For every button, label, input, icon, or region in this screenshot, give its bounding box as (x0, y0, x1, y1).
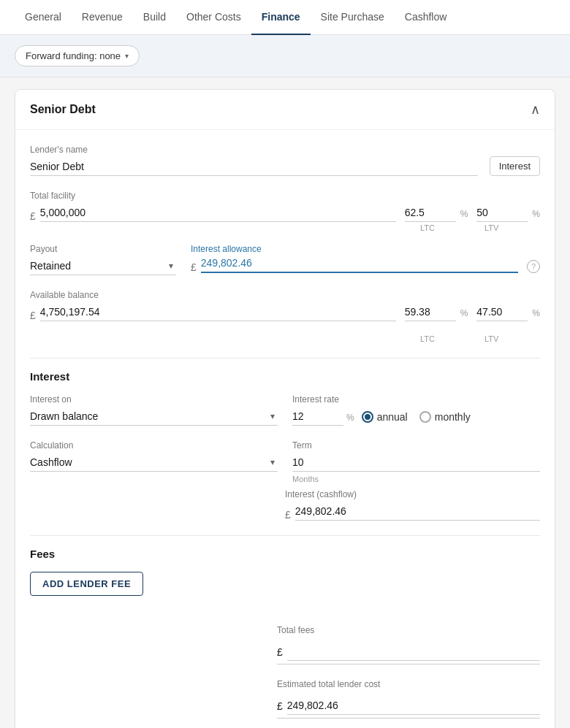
interest-section-title: Interest (30, 370, 540, 383)
nav-finance[interactable]: Finance (251, 0, 311, 35)
interest-rate-input[interactable] (292, 407, 343, 426)
fees-section-title: Fees (30, 548, 540, 560)
interest-cashflow-field: Interest (cashflow) £ (285, 489, 540, 521)
interest-rate-field: Interest rate % annual (292, 394, 540, 426)
total-facility-input[interactable] (40, 204, 396, 222)
payout-select-wrapper: Retained Drawn End ▾ (30, 257, 176, 275)
annual-label: annual (377, 411, 408, 423)
lender-name-field: Lender's name (30, 145, 478, 176)
interest-allowance-label: Interest allowance (191, 244, 540, 254)
available-balance-section: Available balance £ % % (30, 290, 540, 343)
total-fees-label: Total fees (277, 625, 540, 635)
interest-rate-label: Interest rate (292, 394, 540, 405)
term-unit-label: Months (292, 475, 540, 483)
available-balance-label: Available balance (30, 290, 540, 300)
ltv-sublabel: LTV (484, 223, 540, 232)
interest-allowance-currency: £ (191, 261, 197, 273)
available-sub-labels: LTC LTV (30, 333, 540, 343)
rate-pct-symbol: % (346, 413, 354, 426)
available-ltc-group: % (405, 303, 468, 321)
annual-radio[interactable]: annual (362, 411, 408, 423)
term-label: Term (292, 440, 540, 451)
top-navigation: General Revenue Build Other Costs Financ… (0, 0, 570, 35)
payout-select[interactable]: Retained Drawn End (30, 257, 176, 275)
interest-cashflow-section: Interest (cashflow) £ (30, 489, 540, 521)
nav-general[interactable]: General (15, 0, 72, 35)
monthly-label: monthly (435, 411, 471, 423)
payout-row: Payout Retained Drawn End ▾ Interest all… (30, 244, 540, 275)
total-fees-item: Total fees £ (277, 625, 540, 664)
nav-cashflow[interactable]: Cashflow (395, 0, 457, 35)
collapse-icon[interactable]: ∧ (531, 101, 540, 118)
forward-funding-button[interactable]: Forward funding: none ▾ (15, 45, 140, 66)
ltv-pct-symbol: % (532, 209, 540, 222)
estimated-total-input[interactable] (287, 697, 540, 715)
interest-on-select[interactable]: Drawn balance Facility Other (30, 407, 278, 426)
total-fees-section: Total fees £ Estimated total lender cost… (30, 613, 540, 719)
nav-other-costs[interactable]: Other Costs (176, 0, 251, 35)
currency-symbol: £ (30, 210, 36, 222)
senior-debt-card: Senior Debt ∧ Lender's name Interest Tot… (15, 89, 555, 728)
interest-badge-button[interactable]: Interest (490, 156, 540, 176)
nav-site-purchase[interactable]: Site Purchase (311, 0, 395, 35)
add-lender-fee-button[interactable]: ADD LENDER FEE (30, 572, 143, 596)
total-facility-section: Total facility £ % % (30, 191, 540, 232)
nav-build[interactable]: Build (133, 0, 176, 35)
rate-input-wrap: % (292, 407, 354, 426)
card-body: Lender's name Interest Total facility £ … (15, 130, 555, 728)
calculation-field: Calculation Cashflow Simple Compound ▾ (30, 440, 278, 483)
interest-cashflow-label: Interest (cashflow) (285, 489, 540, 499)
available-ltv-group: % (476, 303, 540, 321)
interest-cashflow-input[interactable] (295, 502, 540, 521)
chevron-down-icon: ▾ (125, 52, 129, 60)
estimated-total-label: Estimated total lender cost (277, 679, 540, 689)
total-facility-label: Total facility (30, 191, 540, 201)
divider-1 (30, 358, 540, 359)
available-balance-input[interactable] (40, 303, 396, 321)
monthly-radio[interactable]: monthly (419, 411, 471, 423)
interest-cashflow-input-wrap: £ (285, 502, 540, 521)
interest-allowance-input[interactable] (201, 254, 518, 273)
available-ltv-symbol: % (532, 308, 540, 321)
interest-grid: Interest on Drawn balance Facility Other… (30, 394, 540, 483)
available-balance-input-wrap: £ (30, 303, 396, 321)
interest-allowance-input-wrap: £ ? (191, 254, 540, 273)
available-balance-row: £ % % (30, 303, 540, 321)
help-icon[interactable]: ? (527, 260, 540, 273)
available-ltc-input[interactable] (405, 303, 456, 321)
rate-radio-group: annual monthly (362, 411, 471, 426)
facility-row: £ % % (30, 204, 540, 222)
calculation-select[interactable]: Cashflow Simple Compound (30, 453, 278, 472)
lender-name-row: Lender's name Interest (30, 145, 540, 176)
facility-sub-labels: LTC LTV (30, 222, 540, 232)
term-input[interactable] (292, 453, 540, 472)
card-title: Senior Debt (30, 103, 96, 116)
sub-header: Forward funding: none ▾ (0, 35, 570, 77)
term-field: Term Months (292, 440, 540, 483)
interest-on-select-wrapper: Drawn balance Facility Other ▾ (30, 407, 278, 426)
ltv-input[interactable] (476, 204, 528, 222)
ltc-group: % (405, 204, 468, 222)
available-ltc-symbol: % (460, 308, 468, 321)
total-fees-value: £ (277, 640, 540, 664)
interest-cashflow-currency: £ (285, 509, 291, 521)
available-balance-currency: £ (30, 310, 36, 321)
interest-on-field: Interest on Drawn balance Facility Other… (30, 394, 278, 426)
nav-revenue[interactable]: Revenue (72, 0, 133, 35)
forward-funding-label: Forward funding: none (26, 50, 121, 61)
ltc-input[interactable] (405, 204, 456, 222)
estimated-total-value: £ (277, 694, 540, 719)
interest-allowance-field: Interest allowance £ ? (191, 244, 540, 275)
lender-name-input[interactable] (30, 158, 478, 176)
payout-label: Payout (30, 244, 176, 254)
interest-on-label: Interest on (30, 394, 278, 405)
available-ltv-input[interactable] (476, 303, 528, 321)
available-ltv-sublabel: LTV (484, 334, 540, 343)
available-ltc-sublabel: LTC (420, 334, 476, 343)
total-fees-currency: £ (277, 646, 283, 658)
total-fees-group: Total fees £ Estimated total lender cost… (30, 625, 540, 719)
ltv-group: % (476, 204, 540, 222)
total-fees-input[interactable] (287, 643, 540, 661)
ltc-pct-symbol: % (460, 209, 468, 222)
calculation-label: Calculation (30, 440, 278, 451)
